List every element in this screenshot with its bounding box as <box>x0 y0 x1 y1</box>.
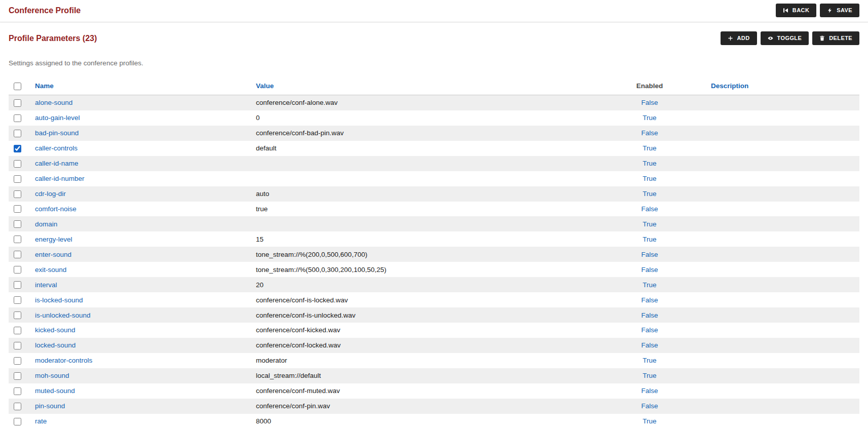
parameter-name-link[interactable]: muted-sound <box>35 387 75 395</box>
parameter-name-link[interactable]: kicked-sound <box>35 326 76 334</box>
save-button[interactable]: SAVE <box>820 4 859 17</box>
parameter-value: local_stream://default <box>252 368 613 383</box>
parameter-name-link[interactable]: exit-sound <box>35 266 66 274</box>
table-row: domain True <box>9 216 859 231</box>
parameter-enabled-link[interactable]: True <box>643 357 656 364</box>
section-description: Settings assigned to the conference prof… <box>9 59 859 67</box>
parameter-enabled-link[interactable]: True <box>643 175 656 182</box>
row-checkbox[interactable] <box>14 327 21 334</box>
parameter-enabled-link[interactable]: False <box>641 99 658 106</box>
row-checkbox[interactable] <box>14 160 21 168</box>
row-checkbox[interactable] <box>14 387 21 395</box>
parameter-enabled-link[interactable]: True <box>643 220 656 228</box>
parameter-name-link[interactable]: alone-sound <box>35 99 72 106</box>
parameter-enabled-link[interactable]: True <box>643 417 656 425</box>
section-title: Profile Parameters (23) <box>9 31 97 43</box>
parameter-enabled-link[interactable]: False <box>641 129 658 137</box>
row-checkbox[interactable] <box>14 281 21 289</box>
row-checkbox[interactable] <box>14 357 21 365</box>
parameter-name-link[interactable]: cdr-log-dir <box>35 190 66 198</box>
parameter-name-link[interactable]: moderator-controls <box>35 357 92 364</box>
section-toolbar: Profile Parameters (23) ADD TOGGLE DELET… <box>9 31 859 45</box>
parameter-name-link[interactable]: interval <box>35 281 57 289</box>
parameter-enabled-link[interactable]: False <box>641 296 658 304</box>
parameter-enabled-link[interactable]: True <box>643 114 656 122</box>
parameter-description <box>687 95 859 110</box>
parameter-name-link[interactable]: is-locked-sound <box>35 296 83 304</box>
parameter-name-link[interactable]: rate <box>35 417 47 425</box>
parameter-name-link[interactable]: locked-sound <box>35 341 76 349</box>
column-header-name-label[interactable]: Name <box>35 82 54 90</box>
parameter-name-link[interactable]: is-unlocked-sound <box>35 311 91 319</box>
skip-back-icon <box>783 8 788 13</box>
parameter-enabled-link[interactable]: False <box>641 311 658 319</box>
parameter-name-link[interactable]: caller-controls <box>35 144 78 152</box>
parameter-name-link[interactable]: auto-gain-level <box>35 114 80 122</box>
row-checkbox[interactable] <box>14 418 21 425</box>
column-header-value-label[interactable]: Value <box>256 82 274 90</box>
parameter-name-link[interactable]: caller-id-number <box>35 175 85 182</box>
row-checkbox[interactable] <box>14 145 21 152</box>
row-checkbox[interactable] <box>14 220 21 228</box>
toggle-button[interactable]: TOGGLE <box>761 31 809 45</box>
parameter-enabled-link[interactable]: True <box>643 281 656 289</box>
column-header-value[interactable]: Value <box>252 79 613 95</box>
row-checkbox[interactable] <box>14 99 21 107</box>
table-row: cdr-log-dir auto True <box>9 186 859 202</box>
row-checkbox[interactable] <box>14 114 21 122</box>
parameter-enabled-link[interactable]: False <box>641 205 658 213</box>
column-header-enabled: Enabled <box>613 79 687 95</box>
row-checkbox[interactable] <box>14 342 21 349</box>
row-checkbox[interactable] <box>14 190 21 198</box>
parameter-enabled-link[interactable]: True <box>643 190 656 198</box>
column-header-description-label[interactable]: Description <box>711 82 748 90</box>
row-checkbox[interactable] <box>14 372 21 380</box>
add-button[interactable]: ADD <box>721 31 757 45</box>
parameter-enabled-link[interactable]: False <box>641 341 658 349</box>
parameter-name-link[interactable]: caller-id-name <box>35 160 79 167</box>
parameters-table: Name Value Enabled Description alone-sou… <box>9 79 859 429</box>
parameter-name-link[interactable]: energy-level <box>35 236 72 243</box>
parameter-enabled-link[interactable]: False <box>641 251 658 258</box>
delete-button-label: DELETE <box>829 35 852 41</box>
table-row: bad-pin-sound conference/conf-bad-pin.wa… <box>9 126 859 141</box>
parameter-enabled-link[interactable]: False <box>641 326 658 334</box>
eye-icon <box>768 35 773 41</box>
header-actions: BACK SAVE <box>776 4 859 17</box>
parameter-name-link[interactable]: domain <box>35 220 57 228</box>
column-header-description[interactable]: Description <box>687 79 859 95</box>
column-header-name[interactable]: Name <box>31 79 252 95</box>
parameter-description <box>687 231 859 247</box>
row-checkbox[interactable] <box>14 236 21 243</box>
parameter-value: conference/conf-pin.wav <box>252 399 613 414</box>
row-checkbox[interactable] <box>14 205 21 213</box>
row-checkbox[interactable] <box>14 266 21 274</box>
parameter-enabled-link[interactable]: False <box>641 387 658 395</box>
row-checkbox[interactable] <box>14 296 21 304</box>
row-checkbox[interactable] <box>14 311 21 319</box>
parameter-name-link[interactable]: moh-sound <box>35 372 69 379</box>
parameter-description <box>687 292 859 307</box>
parameter-enabled-link[interactable]: True <box>643 372 656 379</box>
parameter-name-link[interactable]: comfort-noise <box>35 205 77 213</box>
parameter-value: 20 <box>252 277 613 292</box>
table-row: alone-sound conference/conf-alone.wav Fa… <box>9 95 859 110</box>
parameter-enabled-link[interactable]: True <box>643 144 656 152</box>
row-checkbox[interactable] <box>14 251 21 258</box>
parameter-enabled-link[interactable]: True <box>643 160 656 167</box>
parameter-value: conference/conf-alone.wav <box>252 95 613 110</box>
delete-button[interactable]: DELETE <box>812 31 859 45</box>
parameter-name-link[interactable]: bad-pin-sound <box>35 129 79 137</box>
row-checkbox[interactable] <box>14 175 21 183</box>
parameter-name-link[interactable]: enter-sound <box>35 251 71 258</box>
back-button[interactable]: BACK <box>776 4 816 17</box>
row-checkbox[interactable] <box>14 403 21 410</box>
parameter-enabled-link[interactable]: True <box>643 236 656 243</box>
row-checkbox[interactable] <box>14 130 21 137</box>
parameter-enabled-link[interactable]: False <box>641 402 658 410</box>
parameter-enabled-link[interactable]: False <box>641 266 658 274</box>
select-all-checkbox[interactable] <box>14 83 21 90</box>
parameter-name-link[interactable]: pin-sound <box>35 402 65 410</box>
parameter-value <box>252 156 613 171</box>
back-button-label: BACK <box>792 8 809 13</box>
